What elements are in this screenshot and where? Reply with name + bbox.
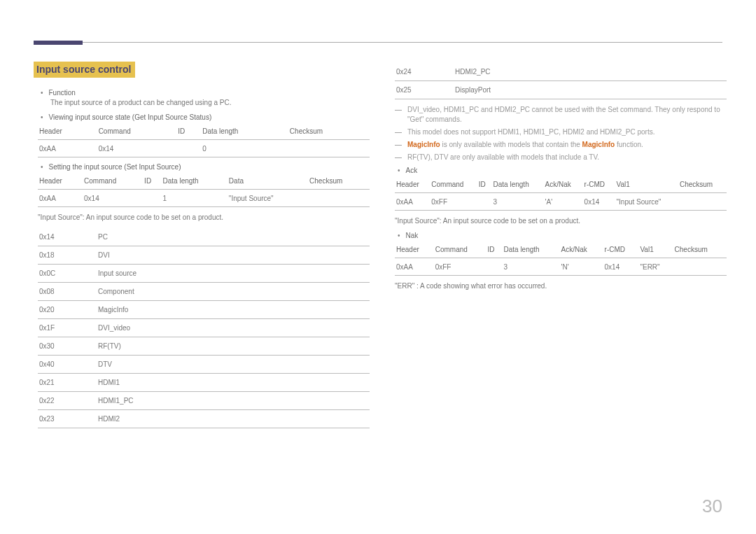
setting-heading: Setting the input source (Set Input Sour… xyxy=(49,163,181,171)
bullet-icon: • xyxy=(398,167,400,174)
bullet-icon: • xyxy=(398,232,400,239)
function-heading: Function xyxy=(49,89,76,97)
section-title: Input source control xyxy=(34,62,135,78)
note-unsupported: This model does not support HDMI1, HDMI1… xyxy=(407,127,654,137)
header-rule xyxy=(83,42,722,43)
viewing-heading: Viewing input source state (Get Input So… xyxy=(49,113,212,121)
input-source-note: "Input Source": An input source code to … xyxy=(38,213,365,223)
dash-icon: ― xyxy=(395,153,402,162)
bullet-icon: • xyxy=(41,163,43,171)
get-command-table: HeaderCommandIDData lengthChecksum 0xAA0… xyxy=(38,122,370,157)
ack-table: HeaderCommandIDData lengthAck/Nakr-CMDVa… xyxy=(395,176,727,211)
page-number: 30 xyxy=(702,496,722,517)
ack-heading: Ack xyxy=(406,167,418,174)
ack-note: "Input Source": An input source code to … xyxy=(395,216,722,226)
input-codes-table: 0x14PC 0x18DVI 0x0CInput source 0x08Comp… xyxy=(38,228,370,428)
left-column: Input source control • Function The inpu… xyxy=(34,62,365,434)
bullet-icon: • xyxy=(41,113,43,121)
set-command-table: HeaderCommandIDData lengthDataChecksum 0… xyxy=(38,172,370,207)
note-rf-dtv: RF(TV), DTV are only available with mode… xyxy=(407,153,599,162)
err-note: "ERR" : A code showing what error has oc… xyxy=(395,281,722,291)
header-accent xyxy=(34,41,83,45)
input-codes-table-cont: 0x24HDMI2_PC 0x25DisplayPort xyxy=(395,63,727,99)
dash-icon: ― xyxy=(395,105,402,115)
bullet-icon: • xyxy=(41,89,43,97)
note-dvi-video: DVI_video, HDMI1_PC and HDMI2_PC cannot … xyxy=(407,105,722,125)
right-column: 0x24HDMI2_PC 0x25DisplayPort ― DVI_video… xyxy=(391,62,722,434)
nak-heading: Nak xyxy=(406,232,419,239)
function-text: The input source of a product can be cha… xyxy=(50,98,365,108)
note-magicinfo: MagicInfo is only available with models … xyxy=(407,140,643,150)
nak-table: HeaderCommandIDData lengthAck/Nakr-CMDVa… xyxy=(395,241,727,276)
dash-icon: ― xyxy=(395,140,402,150)
dash-icon: ― xyxy=(395,127,402,137)
